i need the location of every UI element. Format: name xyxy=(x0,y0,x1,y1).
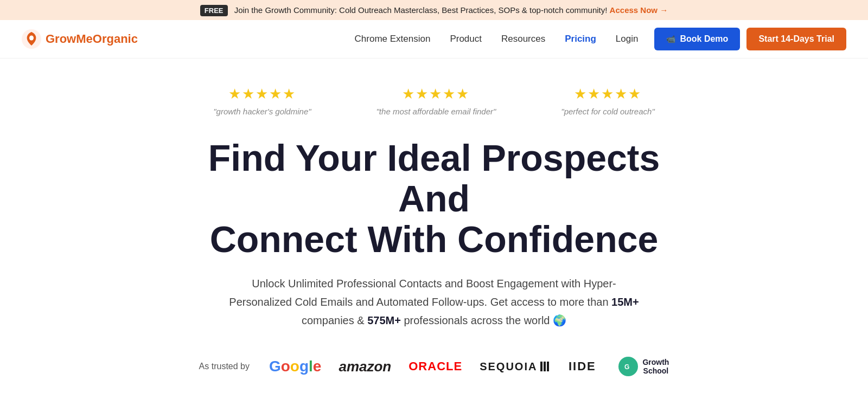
quote-3: "perfect for cold outreach" xyxy=(561,107,654,116)
star-item-2: ★★★★★ "the most affordable email finder" xyxy=(376,86,496,116)
professionals-count: 575M+ xyxy=(367,314,401,326)
growth-school-icon: G xyxy=(618,357,638,376)
svg-text:G: G xyxy=(624,363,629,371)
trial-button[interactable]: Start 14-Days Trial xyxy=(746,28,846,50)
sequoia-icon xyxy=(539,360,551,372)
google-logo: Google xyxy=(269,358,321,375)
navbar: GrowMeOrganic Chrome Extension Product R… xyxy=(0,20,868,59)
sequoia-logo: SEQUOIA xyxy=(480,360,551,373)
stars-3: ★★★★★ xyxy=(574,86,642,102)
logo-icon xyxy=(22,29,41,49)
logo-link[interactable]: GrowMeOrganic xyxy=(22,29,138,49)
nav-links: Chrome Extension Product Resources Prici… xyxy=(355,34,639,44)
nav-pricing[interactable]: Pricing xyxy=(565,34,596,44)
subtext-mid: companies & xyxy=(302,314,367,326)
svg-rect-3 xyxy=(544,362,546,371)
nav-login[interactable]: Login xyxy=(616,34,639,44)
top-banner: FREE Join the Growth Community: Cold Out… xyxy=(0,0,868,20)
subtext-end: professionals across the world 🌍 xyxy=(401,314,566,326)
svg-rect-4 xyxy=(547,362,549,371)
iide-logo: IIDE xyxy=(569,358,601,375)
hero-section: ★★★★★ "growth hacker's goldmine" ★★★★★ "… xyxy=(0,59,868,398)
trusted-section: As trusted by Google amazon ORACLE SEQUO… xyxy=(11,357,857,376)
quote-1: "growth hacker's goldmine" xyxy=(213,107,311,116)
quote-2: "the most affordable email finder" xyxy=(376,107,496,116)
svg-text:IIDE: IIDE xyxy=(569,359,596,373)
companies-count: 15M+ xyxy=(611,296,639,308)
growth-school-logo: G GrowthSchool xyxy=(618,357,669,376)
banner-text: Join the Growth Community: Cold Outreach… xyxy=(234,5,608,15)
book-demo-button[interactable]: 📹 Book Demo xyxy=(654,28,740,50)
heading-line2: Connect With Confidence xyxy=(210,218,659,260)
book-demo-label: Book Demo xyxy=(680,34,728,44)
subtext-start: Unlock Unlimited Professional Contacts a… xyxy=(229,278,616,308)
video-icon: 📹 xyxy=(666,35,675,43)
nav-resources[interactable]: Resources xyxy=(501,34,545,44)
free-badge: FREE xyxy=(200,5,228,16)
trusted-label: As trusted by xyxy=(199,362,250,371)
growth-school-text: GrowthSchool xyxy=(642,358,669,376)
brand-logos: Google amazon ORACLE SEQUOIA IIDE xyxy=(269,357,669,376)
nav-chrome-extension[interactable]: Chrome Extension xyxy=(355,34,431,44)
svg-rect-2 xyxy=(540,362,542,371)
access-now-link[interactable]: Access Now → xyxy=(610,5,668,15)
hero-heading: Find Your Ideal Prospects And Connect Wi… xyxy=(190,138,678,259)
nav-product[interactable]: Product xyxy=(450,34,482,44)
star-item-3: ★★★★★ "perfect for cold outreach" xyxy=(561,86,654,116)
logo-text: GrowMeOrganic xyxy=(46,32,138,46)
heading-line1: Find Your Ideal Prospects And xyxy=(208,137,660,219)
hero-subtext: Unlock Unlimited Professional Contacts a… xyxy=(222,274,646,330)
svg-point-1 xyxy=(29,36,34,41)
stars-row: ★★★★★ "growth hacker's goldmine" ★★★★★ "… xyxy=(11,86,857,116)
stars-1: ★★★★★ xyxy=(228,86,296,102)
amazon-logo: amazon xyxy=(339,358,391,375)
oracle-logo: ORACLE xyxy=(409,359,462,374)
stars-2: ★★★★★ xyxy=(402,86,470,102)
star-item-1: ★★★★★ "growth hacker's goldmine" xyxy=(213,86,311,116)
